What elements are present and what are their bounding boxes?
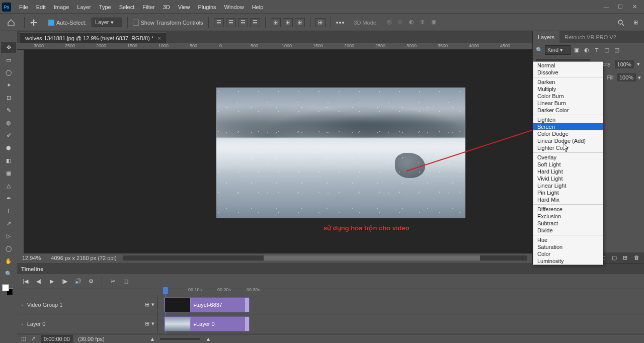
blend-option-color[interactable]: Color <box>533 250 603 258</box>
blend-option-linear-burn[interactable]: Linear Burn <box>533 100 603 107</box>
play-button[interactable]: ▶ <box>47 277 56 286</box>
menu-plugins[interactable]: Plugins <box>194 2 220 12</box>
transition-icon[interactable]: ◫ <box>121 277 130 286</box>
mute-audio[interactable]: 🔊 <box>73 277 83 286</box>
align-right-icon[interactable]: ☰ <box>238 18 248 27</box>
brush-tool[interactable]: ✐ <box>1 130 16 141</box>
render-icon[interactable]: ◫ <box>21 335 26 342</box>
track-name[interactable]: Video Group 1 <box>27 302 63 308</box>
type-tool[interactable]: T <box>1 205 16 216</box>
blend-option-hard-light[interactable]: Hard Light <box>533 168 603 175</box>
playhead[interactable] <box>163 287 168 294</box>
auto-select-target[interactable]: Layer ▾ <box>92 18 122 27</box>
search-icon[interactable] <box>613 19 628 26</box>
zoom-slider[interactable] <box>160 338 200 340</box>
close-tab-icon[interactable]: × <box>157 35 160 41</box>
blend-option-screen[interactable]: Screen <box>533 123 603 130</box>
align-top-icon[interactable]: ⊞ <box>271 18 281 27</box>
shape-tool[interactable]: ◯ <box>1 243 16 254</box>
opacity-chevron-icon[interactable]: ▾ <box>637 61 640 67</box>
prev-frame[interactable]: ◀| <box>34 277 43 286</box>
blend-option-overlay[interactable]: Overlay <box>533 154 603 161</box>
menu-filter[interactable]: Filter <box>138 2 158 12</box>
timecode[interactable]: 0:00:00:00 <box>41 335 73 343</box>
document-info[interactable]: 4096 px x 2160 px (72 ppi) <box>51 255 116 261</box>
menu-file[interactable]: File <box>15 2 32 12</box>
workspace-switcher-icon[interactable]: ⊞ <box>633 19 641 26</box>
blend-option-normal[interactable]: Normal <box>533 62 603 69</box>
menu-type[interactable]: Type <box>95 2 115 12</box>
minimize-button[interactable]: — <box>603 4 610 11</box>
blend-option-linear-light[interactable]: Linear Light <box>533 182 603 189</box>
path-tool[interactable]: ↗ <box>1 218 16 229</box>
filter-shape-icon[interactable]: ▢ <box>603 46 611 54</box>
zoom-slider-mountain-large-icon[interactable]: ▲ <box>205 336 211 342</box>
zoom-slider-mountain-small-icon[interactable]: ▲ <box>150 336 155 342</box>
crop-tool[interactable]: ⊡ <box>1 92 16 103</box>
opacity-value[interactable]: 100% <box>615 60 634 68</box>
track-expand-icon[interactable]: › <box>21 321 23 327</box>
blur-tool[interactable]: △ <box>1 180 16 191</box>
eraser-tool[interactable]: ◧ <box>1 155 16 166</box>
zoom-level[interactable]: 12.94% <box>22 255 41 261</box>
blend-option-luminosity[interactable]: Luminosity <box>533 258 603 265</box>
marquee-tool[interactable]: ▭ <box>1 54 16 65</box>
healing-brush-tool[interactable]: ◍ <box>1 117 16 128</box>
blend-option-color-burn[interactable]: Color Burn <box>533 93 603 100</box>
zoom-tool[interactable]: 🔍 <box>1 268 16 279</box>
filter-adjustment-icon[interactable]: ◐ <box>583 46 591 54</box>
home-icon[interactable] <box>3 17 19 29</box>
tab-retouch[interactable]: Retouch VR PRO V2 <box>559 31 621 43</box>
new-layer-icon[interactable]: ⊞ <box>623 254 630 262</box>
magic-wand-tool[interactable]: ✦ <box>1 79 16 91</box>
kind-filter-select[interactable]: Kind ▾ <box>545 45 571 55</box>
eyedropper-tool[interactable]: ✎ <box>1 105 16 116</box>
auto-select-checkbox[interactable]: Auto-Select: <box>48 20 87 26</box>
track-name[interactable]: Layer 0 <box>27 321 46 327</box>
track-film-icon[interactable]: ⊞ <box>145 301 149 308</box>
go-to-first-frame[interactable]: |◀ <box>21 277 30 286</box>
blend-option-exclusion[interactable]: Exclusion <box>533 213 603 220</box>
timeline-settings-icon[interactable]: ⚙ <box>87 277 96 286</box>
hand-tool[interactable]: ✋ <box>1 255 16 267</box>
clone-stamp-tool[interactable]: ⬢ <box>1 142 16 153</box>
align-left-icon[interactable]: ☰ <box>214 18 224 27</box>
pen-tool[interactable]: ✒ <box>1 193 16 204</box>
distribute-icon[interactable]: ☰ <box>250 18 260 27</box>
blend-option-darken[interactable]: Darken <box>533 78 603 85</box>
menu-view[interactable]: View <box>174 2 194 12</box>
show-transform-checkbox[interactable]: Show Transform Controls <box>133 20 203 26</box>
align-bottom-icon[interactable]: ⊞ <box>295 18 305 27</box>
filter-type-icon[interactable]: T <box>593 46 601 54</box>
export-icon[interactable]: ↗ <box>31 335 36 342</box>
fill-chevron-icon[interactable]: ▾ <box>638 74 641 81</box>
blend-option-dissolve[interactable]: Dissolve <box>533 69 603 76</box>
split-clip-icon[interactable]: ✂ <box>108 277 117 286</box>
maximize-button[interactable]: ☐ <box>617 4 624 11</box>
color-swatches[interactable] <box>2 284 13 295</box>
filter-pixel-icon[interactable]: ▣ <box>573 46 581 54</box>
delete-layer-icon[interactable]: 🗑 <box>634 254 641 262</box>
menu-select[interactable]: Select <box>115 2 139 12</box>
direct-select-tool[interactable]: ▷ <box>1 230 16 241</box>
canvas-area[interactable]: sử dụng hòa trộn cho video <box>24 50 532 253</box>
more-options-icon[interactable]: ••• <box>336 19 345 27</box>
document-tab[interactable]: wolves-1341881.jpg @ 12.9% (tuyet-6837, … <box>20 32 166 44</box>
track-menu-icon[interactable]: ▾ <box>151 301 154 308</box>
blend-option-divide[interactable]: Divide <box>533 227 603 234</box>
menu-image[interactable]: Image <box>50 2 73 12</box>
blend-option-color-dodge[interactable]: Color Dodge <box>533 130 603 137</box>
align-center-h-icon[interactable]: ☰ <box>226 18 236 27</box>
horizontal-scrollbar[interactable] <box>123 255 527 261</box>
blend-option-difference[interactable]: Difference <box>533 206 603 213</box>
blend-option-lighten[interactable]: Lighten <box>533 116 603 123</box>
menu-edit[interactable]: Edit <box>32 2 50 12</box>
move-tool[interactable]: ✥ <box>1 42 16 53</box>
blend-option-hue[interactable]: Hue <box>533 236 603 243</box>
blend-option-subtract[interactable]: Subtract <box>533 220 603 227</box>
track-film-icon[interactable]: ⊞ <box>145 320 149 327</box>
search-icon[interactable]: 🔍 <box>536 47 543 53</box>
gradient-tool[interactable]: ▦ <box>1 167 16 179</box>
fill-value[interactable]: 100% <box>617 73 636 81</box>
menu-layer[interactable]: Layer <box>73 2 95 12</box>
